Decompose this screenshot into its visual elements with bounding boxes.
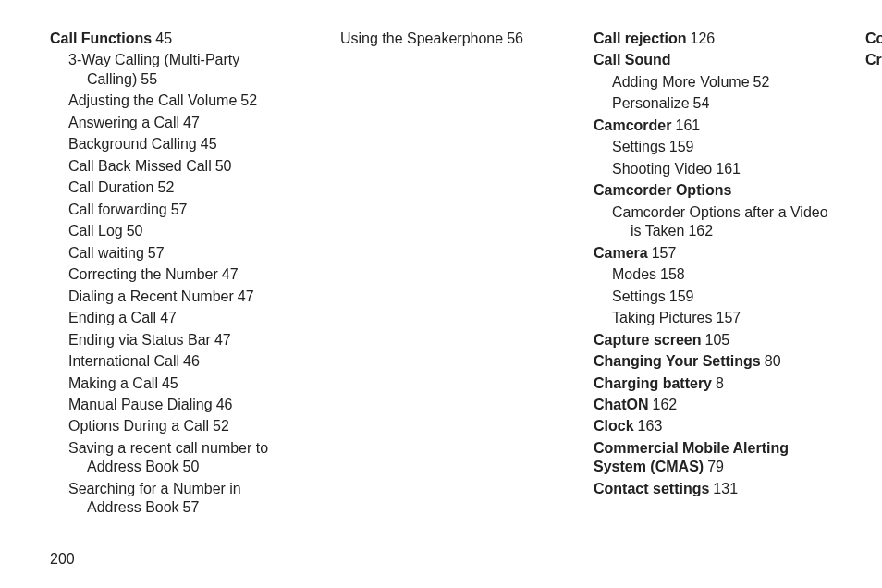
index-subentry: Modes158	[594, 265, 832, 284]
index-heading: Creating a Playlist182	[865, 51, 882, 69]
index-subentry-page: 46	[216, 397, 233, 412]
index-heading-text: Clock	[594, 418, 634, 434]
index-subentry: Call Log50	[50, 222, 288, 240]
index-heading-page: 161	[675, 117, 700, 133]
index-subentry-text: Making a Call	[68, 375, 158, 391]
index-subentry-page: 52	[753, 74, 770, 90]
index-subentry-text: Call Duration	[68, 179, 153, 195]
index-heading-text: ChatON	[594, 397, 649, 412]
index-subentry-page: 162	[688, 223, 713, 239]
index-heading-page: 8	[716, 375, 724, 391]
index-heading-text: Call Functions	[50, 31, 152, 46]
index-heading-text: Capture screen	[594, 332, 702, 348]
index-subentry-page: 47	[238, 288, 254, 304]
index-subentry-text: Manual Pause Dialing	[68, 397, 213, 412]
index-subentry: Background Calling45	[50, 135, 288, 153]
index-subentry-text: Options During a Call	[68, 418, 209, 434]
index-heading-page: 157	[652, 245, 677, 261]
index-subentry-page: 45	[201, 136, 217, 152]
index-subentry: Call Duration52	[50, 178, 288, 197]
index-subentry: Dialing a Recent Number47	[50, 288, 288, 306]
index-heading: Capture screen105	[594, 331, 832, 349]
index-subentry-text: Call waiting	[68, 245, 144, 261]
index-subentry-text: Adding More Volume	[612, 74, 750, 90]
index-heading: Camera157	[594, 244, 832, 263]
index-subentry: Settings159	[594, 138, 832, 156]
index-heading-text: Camcorder	[594, 117, 671, 133]
index-subentry: Settings159	[594, 288, 832, 306]
index-subentry-page: 161	[716, 161, 741, 177]
index-subentry-text: Ending via Status Bar	[68, 332, 211, 348]
index-heading: Commercial Mobile Alerting System (CMAS)…	[594, 439, 832, 477]
index-subentry: Ending a Call47	[50, 309, 288, 327]
index-heading-text: Camcorder Options	[594, 182, 731, 198]
page-number: 200	[50, 551, 75, 568]
index-heading: Changing Your Settings80	[594, 352, 832, 371]
index-subentry: Making a Call45	[50, 374, 288, 393]
index-subentry-text: Correcting the Number	[68, 266, 218, 282]
index-subentry: Options During a Call52	[50, 417, 288, 435]
index-subentry: Searching for a Number in Address Book57	[50, 480, 288, 518]
index-subentry-page: 55	[141, 71, 157, 87]
index-subentry: Taking Pictures157	[594, 309, 832, 327]
index-heading-text: Call rejection	[594, 31, 686, 46]
index-subentry-text: Saving a recent call number to Address B…	[68, 440, 268, 474]
index-subentry-text: Dialing a Recent Number	[68, 288, 234, 304]
index-heading-text: Contacts	[865, 31, 882, 46]
index-subentry-text: Background Calling	[68, 136, 197, 152]
index-subentry-text: Settings	[612, 288, 666, 304]
index-subentry: Using the Speakerphone56	[322, 30, 560, 48]
index-subentry-text: Call Log	[68, 223, 123, 239]
index-heading-page: 80	[765, 353, 781, 369]
index-subentry-text: Call forwarding	[68, 202, 167, 217]
index-subentry-page: 57	[171, 202, 188, 217]
index-heading-text: Creating a Playlist	[865, 52, 882, 67]
index-heading-page: 105	[705, 332, 730, 348]
index-heading: Call Sound	[594, 51, 832, 69]
index-heading: Call Functions45	[50, 30, 288, 48]
index-heading-text: Call Sound	[594, 52, 671, 67]
index-subentry: International Call46	[50, 352, 288, 371]
index-heading: Clock163	[594, 417, 832, 435]
index-subentry-page: 45	[162, 375, 178, 391]
index-heading-text: Changing Your Settings	[594, 353, 761, 369]
index-heading-page: 126	[690, 31, 715, 46]
index-heading-text: Camera	[594, 245, 648, 261]
index-heading: Camcorder Options	[594, 181, 832, 200]
index-heading-page: 79	[707, 459, 724, 474]
index-subentry-page: 47	[222, 266, 239, 282]
index-subentry-text: Settings	[612, 139, 666, 154]
index-subentry: Shooting Video161	[594, 160, 832, 178]
index-heading: Contact settings131	[594, 480, 832, 498]
index-subentry: Saving a recent call number to Address B…	[50, 439, 288, 477]
index-heading-page: 131	[713, 481, 738, 496]
index-subentry-page: 52	[240, 92, 257, 108]
index-subentry-page: 47	[214, 332, 231, 348]
index-subentry: Camcorder Options after a Video is Taken…	[594, 203, 832, 241]
index-subentry: Ending via Status Bar47	[50, 331, 288, 349]
index-subentry-text: Taking Pictures	[612, 310, 713, 325]
index-subentry-text: Shooting Video	[612, 161, 712, 177]
index-subentry-page: 52	[213, 418, 229, 434]
index-subentry-page: 57	[183, 499, 200, 515]
index-subentry-text: Using the Speakerphone	[340, 31, 503, 46]
index-subentry-page: 57	[148, 245, 165, 261]
index-subentry: Call forwarding57	[50, 201, 288, 219]
index-subentry-page: 50	[127, 223, 143, 239]
index-subentry: Call waiting57	[50, 244, 288, 263]
index-subentry: Adding More Volume52	[594, 73, 832, 92]
index-heading: Camcorder161	[594, 116, 832, 135]
index-subentry-page: 157	[717, 310, 741, 325]
index-subentry-text: Adjusting the Call Volume	[68, 92, 237, 108]
index-subentry-text: Camcorder Options after a Video is Taken	[612, 204, 828, 239]
index-subentry-page: 158	[660, 266, 685, 282]
index-subentry: Personalize54	[594, 94, 832, 113]
index-subentry-page: 50	[183, 459, 200, 474]
index-heading-page: 162	[653, 397, 678, 412]
index-subentry: Manual Pause Dialing46	[50, 396, 288, 414]
index-subentry-text: International Call	[68, 353, 179, 369]
index-subentry-page: 54	[693, 95, 710, 111]
index-subentry-text: Modes	[612, 266, 656, 282]
index-page: Call Functions453-Way Calling (Multi-Par…	[0, 0, 882, 518]
index-heading-text: Contact settings	[594, 481, 709, 496]
